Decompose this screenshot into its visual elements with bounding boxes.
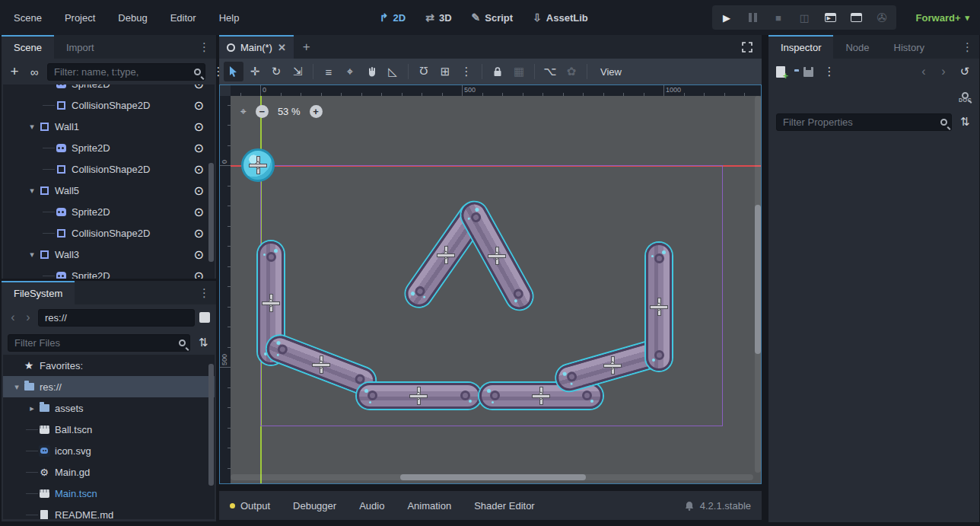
history-forward-icon[interactable]: › (938, 65, 949, 78)
switcher-assetlib[interactable]: ⇩AssetLib (533, 11, 588, 24)
dock-menu-icon[interactable]: ⋮ (192, 35, 216, 59)
move-gizmo[interactable] (604, 357, 621, 374)
bottom-tab-output[interactable]: Output (230, 500, 270, 512)
select-list-tool-button[interactable]: ≡ (319, 62, 339, 81)
menu-help[interactable]: Help (219, 12, 240, 24)
tree-row-sprite2d[interactable]: Sprite2D⊙ (3, 265, 215, 279)
switcher-2d[interactable]: ↱2D (380, 11, 406, 24)
bottom-tab-animation[interactable]: Animation (407, 500, 451, 512)
play-scene-button[interactable] (823, 11, 837, 24)
menu-debug[interactable]: Debug (118, 12, 147, 24)
skeleton-options-tool-button[interactable]: ✿ (562, 62, 581, 81)
new-scene-tab-button[interactable]: + (294, 35, 320, 59)
move-gizmo[interactable] (250, 157, 266, 174)
menu-editor[interactable]: Editor (170, 12, 196, 24)
switcher-script[interactable]: ✎Script (472, 11, 514, 24)
tree-row-sprite2d[interactable]: Sprite2D⊙ (3, 137, 215, 158)
expand-arrow-icon[interactable]: ▸ (26, 403, 38, 413)
move-tool-button[interactable]: ✛ (245, 62, 265, 81)
tab-import[interactable]: Import (54, 35, 107, 59)
smart-snap-tool-button[interactable]: Ω (414, 62, 434, 81)
history-forward-icon[interactable]: › (23, 311, 33, 324)
filesystem-scrollbar[interactable] (208, 364, 214, 486)
fs-row-res-[interactable]: ▾res:// (3, 376, 215, 397)
visibility-eye-icon[interactable]: ⊙ (194, 141, 204, 155)
move-gizmo[interactable] (410, 387, 427, 404)
property-filter-input[interactable] (776, 113, 952, 131)
fs-row-readme-md[interactable]: README.md (3, 504, 215, 519)
move-gizmo[interactable] (651, 298, 667, 315)
expand-arrow-icon[interactable]: ▾ (26, 186, 38, 196)
view-menu-button[interactable]: View (593, 66, 629, 78)
bottom-tab-debugger[interactable]: Debugger (293, 500, 336, 512)
fs-row-ball-tscn[interactable]: Ball.tscn (3, 419, 215, 440)
object-history-icon[interactable]: ↺ (958, 63, 972, 80)
close-icon[interactable]: ✕ (278, 42, 286, 53)
instance-scene-button[interactable]: ∞ (27, 63, 41, 80)
visibility-eye-icon[interactable]: ⊙ (194, 162, 204, 177)
move-gizmo[interactable] (262, 295, 279, 311)
visibility-eye-icon[interactable]: ⊙ (194, 269, 204, 279)
play-button[interactable]: ▶ (720, 11, 733, 24)
expand-arrow-icon[interactable]: ▾ (26, 122, 38, 132)
zoom-in-button[interactable]: + (310, 105, 323, 118)
scene-tab-main[interactable]: Main(*) ✕ (219, 35, 294, 59)
wall-node[interactable] (357, 383, 481, 409)
dock-menu-icon[interactable]: ⋮ (192, 281, 216, 304)
visibility-eye-icon[interactable]: ⊙ (194, 98, 204, 113)
v-scroll-thumb[interactable] (755, 205, 761, 354)
ungroup-tool-button[interactable]: ▦ (509, 62, 529, 81)
grid-snap-tool-button[interactable]: ⊞ (435, 62, 455, 81)
tree-row-sprite2d[interactable]: Sprite2D⊙ (3, 201, 215, 222)
rotate-tool-button[interactable]: ↻ (266, 62, 286, 81)
property-tools-button[interactable]: ⇅ (958, 113, 972, 130)
expand-arrow-icon[interactable]: ▾ (26, 250, 38, 260)
move-gizmo[interactable] (533, 387, 549, 404)
skeleton-tool-button[interactable]: ⌥ (540, 62, 560, 81)
pause-button[interactable] (746, 11, 759, 24)
fs-row-favorites-[interactable]: ★Favorites: (3, 355, 215, 376)
pan-tool-button[interactable] (361, 62, 381, 81)
visibility-eye-icon[interactable]: ⊙ (194, 247, 204, 262)
history-back-icon[interactable]: ‹ (918, 65, 929, 78)
fs-row-main-gd[interactable]: ⚙Main.gd (3, 461, 215, 483)
zoom-level[interactable]: 53 % (278, 106, 301, 117)
bottom-tab-audio[interactable]: Audio (359, 500, 384, 512)
tab-node[interactable]: Node (833, 35, 881, 59)
lock-tool-button[interactable] (488, 62, 508, 81)
switcher-3d[interactable]: ⇄3D (425, 11, 451, 24)
expand-arrow-icon[interactable]: ▾ (11, 382, 23, 392)
tree-row-collisionshape2d[interactable]: CollisionShape2D⊙ (3, 94, 215, 116)
fs-row-main-tscn[interactable]: Main.tscn (3, 483, 215, 504)
visibility-eye-icon[interactable]: ⊙ (194, 205, 204, 219)
scale-tool-button[interactable]: ⇲ (288, 62, 307, 81)
zoom-out-button[interactable]: − (256, 105, 269, 118)
canvas[interactable]: ⌖ − 53 % + (231, 96, 761, 483)
tree-row-wall5[interactable]: ▾Wall5⊙ (3, 180, 215, 201)
play-custom-scene-button[interactable] (849, 11, 863, 24)
tree-row-collisionshape2d[interactable]: CollisionShape2D⊙ (3, 158, 215, 180)
tree-row-wall1[interactable]: ▾Wall1⊙ (3, 116, 215, 137)
tab-filesystem[interactable]: FileSystem (2, 281, 75, 304)
visibility-eye-icon[interactable]: ⊙ (194, 183, 204, 198)
move-gizmo[interactable] (438, 247, 454, 263)
scene-tree-scrollbar[interactable] (208, 163, 214, 262)
visibility-eye-icon[interactable]: ⊙ (194, 226, 204, 241)
bottom-tab-shader-editor[interactable]: Shader Editor (474, 500, 535, 512)
move-gizmo[interactable] (488, 247, 505, 264)
fs-row-assets[interactable]: ▸assets (3, 397, 215, 419)
renderer-selector[interactable]: Forward+ ▾ (916, 0, 969, 35)
scene-filter-input[interactable] (47, 63, 205, 81)
tab-history[interactable]: History (882, 35, 937, 59)
resource-options-button[interactable]: ⋮ (822, 63, 836, 80)
visibility-eye-icon[interactable]: ⊙ (194, 84, 204, 91)
expand-viewport-icon[interactable] (733, 35, 762, 59)
center-view-icon[interactable]: ⌖ (240, 105, 247, 118)
file-filter-input[interactable] (8, 334, 190, 352)
new-resource-icon[interactable] (776, 66, 785, 78)
path-breadcrumb[interactable]: res:// (38, 309, 195, 327)
tree-row-wall3[interactable]: ▾Wall3⊙ (3, 244, 215, 265)
dock-menu-icon[interactable]: ⋮ (956, 35, 979, 59)
h-scroll-thumb[interactable] (400, 474, 586, 480)
menu-scene[interactable]: Scene (14, 12, 42, 24)
